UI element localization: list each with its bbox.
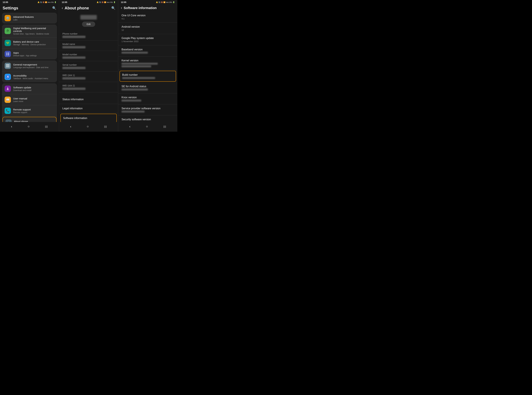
software-update-text: Software update Download and install (13, 86, 54, 92)
back-button-3[interactable]: ‹ (127, 124, 133, 129)
model-number-item[interactable]: Model number (59, 51, 118, 61)
digital-wellbeing-icon: ⏱ (5, 28, 11, 34)
kernel-version-item[interactable]: Kernel version (118, 56, 177, 70)
software-information-item[interactable]: Software information (61, 114, 117, 122)
phone-number-item[interactable]: Phone number (59, 30, 118, 40)
alarm-icon-3: 🔔 (156, 1, 158, 3)
digital-wellbeing-subtitle: Screen time · App timers · Bedtime mode (13, 33, 54, 35)
camera-icon: 📷 (40, 1, 42, 3)
advanced-features-icon: ⚙️ (5, 15, 11, 21)
settings-section-advanced: ⚙️ Advanced features Labs (2, 13, 57, 23)
advanced-features-subtitle: Labs (13, 19, 54, 21)
svg-rect-4 (6, 64, 10, 65)
build-number-label: Build number (122, 73, 173, 76)
software-update-subtitle: Download and install (13, 89, 54, 92)
kernel-version-value (122, 63, 158, 65)
svg-point-2 (6, 54, 7, 55)
time-1: 12:05 (3, 1, 8, 3)
about-back-icon[interactable]: ‹ (62, 6, 63, 10)
svg-point-3 (8, 54, 9, 55)
status-bar-1: 12:05 🔔 📷 🔕 📶 Voo LTE1 🔋 (0, 0, 59, 4)
status-icons-3: 🔔 📷 🔕 📶 Voo LTE1 🔋 (156, 1, 175, 3)
remote-support-text: Remote support Remote support (13, 108, 54, 114)
back-button-2[interactable]: ‹ (67, 124, 74, 129)
settings-item-remote-support[interactable]: 📞 Remote support Remote support (2, 105, 57, 116)
settings-item-software-update[interactable]: Software update Download and install (2, 83, 57, 94)
status-information-item[interactable]: Status information (59, 95, 118, 104)
one-ui-version-item[interactable]: One UI Core version 4.1 (118, 11, 177, 23)
svg-point-1 (8, 53, 9, 54)
android-version-item[interactable]: Android version 12 (118, 23, 177, 34)
home-button-1[interactable]: ○ (25, 124, 32, 129)
back-button-1[interactable]: ‹ (8, 124, 15, 129)
knox-version-item[interactable]: Knox version (118, 93, 177, 104)
se-android-label: SE for Android status (122, 85, 174, 88)
remote-support-subtitle: Remote support (13, 111, 54, 114)
status-information-label: Status information (62, 98, 115, 101)
battery-icon-3: 🔋 (173, 1, 175, 3)
baseband-version-value (122, 52, 148, 54)
baseband-version-item[interactable]: Baseband version (118, 45, 177, 56)
security-sw-item[interactable]: Security software version (118, 115, 177, 122)
home-button-3[interactable]: ○ (143, 124, 150, 129)
recents-button-2[interactable]: ||| (102, 125, 110, 129)
edit-button[interactable]: Edit (82, 22, 95, 27)
imei1-item[interactable]: IMEI (slot 1) (59, 71, 118, 82)
settings-item-user-manual[interactable]: 📖 User manual Learn more (2, 94, 57, 105)
legal-information-item[interactable]: Legal information (59, 104, 118, 113)
time-3: 12:05 (121, 1, 126, 3)
model-number-label: Model number (62, 53, 115, 56)
settings-search-icon[interactable]: 🔍 (52, 6, 56, 10)
google-play-update-label: Google Play system update (122, 37, 174, 40)
wifi-icon-2: 📶 (104, 1, 106, 3)
camera-icon-3: 📷 (158, 1, 160, 3)
legal-information-label: Legal information (62, 107, 115, 110)
settings-section-misc: Software update Download and install 📖 U… (2, 83, 57, 122)
settings-item-apps[interactable]: Apps Default apps · App settings (2, 49, 57, 59)
google-play-update-item[interactable]: Google Play system update 1 November 202… (118, 34, 177, 45)
build-number-item[interactable]: Build number (120, 71, 176, 82)
settings-item-digital-wellbeing[interactable]: ⏱ Digital Wellbeing and parental control… (2, 25, 57, 38)
settings-item-about-phone[interactable]: ℹ About phone Status · Legal information… (2, 117, 56, 122)
mute-icon: 🔕 (43, 1, 44, 3)
about-search-icon[interactable]: 🔍 (111, 6, 116, 10)
home-button-2[interactable]: ○ (84, 124, 91, 129)
settings-item-accessibility[interactable]: ♿ Accessibility TalkBack · Mono audio · … (2, 71, 57, 82)
advanced-features-text: Advanced features Labs (13, 16, 54, 21)
phone-fields: Phone number Model name Model number Ser… (59, 30, 118, 92)
phone-number-label: Phone number (62, 33, 115, 35)
about-phone-text: About phone Status · Legal information ·… (14, 120, 54, 122)
avatar-image (80, 15, 97, 20)
wifi-icon: 📶 (45, 1, 47, 3)
signal-icon: Voo LTE1 (47, 1, 54, 3)
accessibility-subtitle: TalkBack · Mono audio · Assistant menu (13, 77, 54, 80)
settings-item-battery-care[interactable]: 💚 Battery and device care Storage · Memo… (2, 38, 57, 49)
serial-number-item[interactable]: Serial number (59, 61, 118, 71)
model-name-item[interactable]: Model name (59, 40, 118, 51)
recents-button-1[interactable]: ||| (43, 125, 50, 129)
recents-button-3[interactable]: ||| (161, 125, 169, 129)
svg-rect-7 (7, 90, 9, 90)
sw-info-content: One UI Core version 4.1 Android version … (118, 11, 177, 122)
imei1-label: IMEI (slot 1) (62, 74, 115, 77)
service-provider-item[interactable]: Service provider software version (118, 104, 177, 115)
apps-icon (5, 51, 11, 57)
svg-rect-5 (6, 66, 10, 66)
knox-version-value (122, 99, 141, 102)
about-phone-icon: ℹ (6, 120, 12, 122)
se-android-item[interactable]: SE for Android status (118, 82, 177, 93)
bottom-nav-1: ‹ ○ ||| (0, 122, 59, 132)
sw-info-header: ‹ Software information (118, 4, 177, 11)
battery-care-text: Battery and device care Storage · Memory… (13, 40, 54, 46)
build-number-value (122, 77, 155, 79)
settings-item-general-management[interactable]: General management Language and keyboard… (2, 60, 57, 71)
imei1-value (62, 77, 85, 79)
imei2-item[interactable]: IMEI (slot 2) (59, 82, 118, 92)
about-content: Edit Phone number Model name Model numbe… (59, 12, 118, 122)
alarm-icon: 🔔 (38, 1, 39, 3)
settings-item-advanced-features[interactable]: ⚙️ Advanced features Labs (2, 13, 57, 23)
apps-subtitle: Default apps · App settings (13, 55, 54, 57)
remote-support-title: Remote support (13, 108, 54, 111)
sw-info-back-icon[interactable]: ‹ (121, 6, 122, 10)
signal-icon-2: Voo LTE1 (106, 1, 113, 3)
